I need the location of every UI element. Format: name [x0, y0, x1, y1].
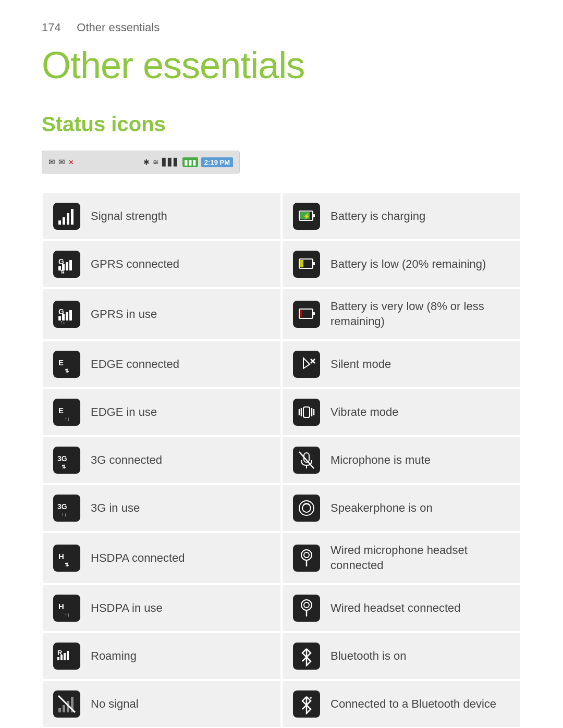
icon-row-no-signal: No signal	[42, 680, 282, 728]
section-title: Status icons	[42, 113, 521, 136]
svg-text:H: H	[58, 552, 64, 561]
svg-point-48	[301, 550, 312, 560]
mic-mute-icon	[293, 447, 320, 474]
icon-row-3g-connected: 3G ⇅3G connected	[42, 436, 282, 484]
email-icon-2: ✉	[58, 157, 65, 167]
speakerphone-icon	[293, 495, 320, 522]
svg-text:⇅: ⇅	[60, 269, 65, 275]
wired-headset-icon	[293, 595, 320, 622]
no-signal-icon	[53, 690, 80, 718]
svg-text:⇅: ⇅	[65, 562, 69, 567]
battery-low-label: Battery is low (20% remaining)	[331, 257, 486, 272]
hsdpa-in-use-label: HSDPA in use	[91, 601, 163, 616]
wired-mic-headset-label: Wired microphone headset connected	[331, 543, 510, 573]
signal-strength-label: Signal strength	[91, 209, 167, 224]
svg-rect-5	[313, 214, 315, 217]
svg-point-54	[304, 602, 309, 608]
icon-row-edge-connected: E ⇅EDGE connected	[42, 340, 282, 388]
icon-row-battery-very-low: Battery is very low (8% or less remainin…	[282, 288, 521, 340]
icon-row-edge-in-use: E ↑↓EDGE in use	[42, 388, 282, 436]
icon-row-bluetooth-device: *Connected to a Bluetooth device	[282, 680, 521, 728]
email-icon: ✉	[48, 157, 55, 167]
icon-row-roaming: R Roaming	[42, 632, 282, 680]
icons-grid: Signal strength ⚡Battery is chargingG ⇅G…	[42, 192, 521, 728]
svg-rect-11	[66, 262, 68, 270]
svg-point-53	[301, 600, 312, 610]
svg-rect-12	[69, 260, 72, 270]
svg-text:3G: 3G	[57, 454, 67, 463]
svg-text:E: E	[58, 358, 64, 367]
edge-connected-icon: E ⇅	[53, 351, 80, 378]
svg-text:E: E	[58, 406, 64, 415]
svg-rect-25	[300, 310, 302, 317]
icon-row-wired-mic-headset: Wired microphone headset connected	[282, 532, 521, 584]
hsdpa-in-use-icon: H ↑↓	[53, 595, 80, 622]
signal-strength-icon	[53, 203, 80, 230]
svg-rect-16	[300, 260, 303, 267]
svg-rect-57	[57, 657, 59, 660]
icon-row-battery-low: Battery is low (20% remaining)	[282, 240, 521, 288]
hsdpa-connected-icon: H ⇅	[53, 545, 80, 572]
svg-rect-62	[63, 705, 65, 712]
svg-text:⇅: ⇅	[62, 464, 66, 470]
icon-row-signal-strength: Signal strength	[42, 192, 282, 240]
page-number-line: 174 Other essentials	[42, 21, 521, 34]
status-bar: ✉ ✉ ✕ ✱ ≋ ▋▋▋ ▮▮▮ 2:19 PM	[42, 151, 240, 174]
svg-rect-1	[63, 217, 65, 225]
signal-status-icon: ▋▋▋	[162, 158, 179, 166]
svg-text:⇅: ⇅	[65, 368, 69, 374]
svg-rect-24	[313, 312, 315, 315]
edge-in-use-label: EDGE in use	[91, 405, 157, 420]
icon-row-gprs-in-use: G ↑↓GPRS in use	[42, 288, 282, 340]
battery-low-icon	[293, 251, 320, 278]
svg-rect-15	[313, 262, 315, 265]
3g-in-use-icon: 3G ↑↓	[53, 495, 80, 522]
svg-text:*: *	[310, 696, 312, 702]
svg-point-49	[304, 552, 309, 558]
bluetooth-status-icon: ✱	[143, 158, 150, 166]
icon-row-mic-mute: Microphone is mute	[282, 436, 521, 484]
gprs-in-use-icon: G ↑↓	[53, 301, 80, 328]
icon-row-vibrate-mode: Vibrate mode	[282, 388, 521, 436]
page-number: 174	[42, 21, 61, 34]
silent-mode-icon	[293, 351, 320, 378]
svg-rect-59	[64, 653, 66, 660]
battery-status-icon: ▮▮▮	[182, 157, 198, 167]
battery-very-low-icon	[293, 301, 320, 328]
svg-rect-60	[67, 651, 69, 660]
svg-rect-0	[58, 220, 61, 225]
svg-rect-21	[69, 310, 72, 320]
wifi-status-icon: ≋	[153, 158, 159, 166]
speakerphone-label: Speakerphone is on	[331, 501, 433, 516]
icon-row-wired-headset: Wired headset connected	[282, 584, 521, 632]
no-signal-label: No signal	[91, 697, 139, 712]
status-bar-time: 2:19 PM	[201, 157, 233, 167]
close-icon: ✕	[68, 158, 74, 166]
svg-rect-58	[60, 655, 63, 660]
svg-text:↑↓: ↑↓	[62, 512, 67, 517]
svg-rect-61	[58, 708, 61, 712]
roaming-label: Roaming	[91, 649, 137, 664]
icon-row-3g-in-use: 3G ↑↓3G in use	[42, 484, 282, 532]
bluetooth-on-icon	[293, 643, 320, 670]
svg-text:↑↓: ↑↓	[65, 416, 70, 422]
silent-mode-label: Silent mode	[331, 357, 391, 372]
icon-row-gprs-connected: G ⇅GPRS connected	[42, 240, 282, 288]
svg-text:H: H	[58, 602, 64, 611]
3g-connected-icon: 3G ⇅	[53, 447, 80, 474]
page-section-label: Other essentials	[77, 21, 160, 34]
vibrate-mode-icon	[293, 399, 320, 426]
wired-mic-headset-icon	[293, 545, 320, 572]
gprs-connected-icon: G ⇅	[53, 251, 80, 278]
bluetooth-device-label: Connected to a Bluetooth device	[331, 697, 496, 712]
vibrate-mode-label: Vibrate mode	[331, 405, 398, 420]
battery-charging-icon: ⚡	[293, 203, 320, 230]
svg-text:↑↓: ↑↓	[65, 612, 70, 618]
gprs-connected-label: GPRS connected	[91, 257, 179, 272]
icon-row-battery-charging: ⚡Battery is charging	[282, 192, 521, 240]
svg-rect-3	[71, 209, 74, 225]
battery-very-low-label: Battery is very low (8% or less remainin…	[331, 299, 510, 329]
edge-connected-label: EDGE connected	[91, 357, 179, 372]
wired-headset-label: Wired headset connected	[331, 601, 461, 616]
gprs-in-use-label: GPRS in use	[91, 307, 157, 322]
